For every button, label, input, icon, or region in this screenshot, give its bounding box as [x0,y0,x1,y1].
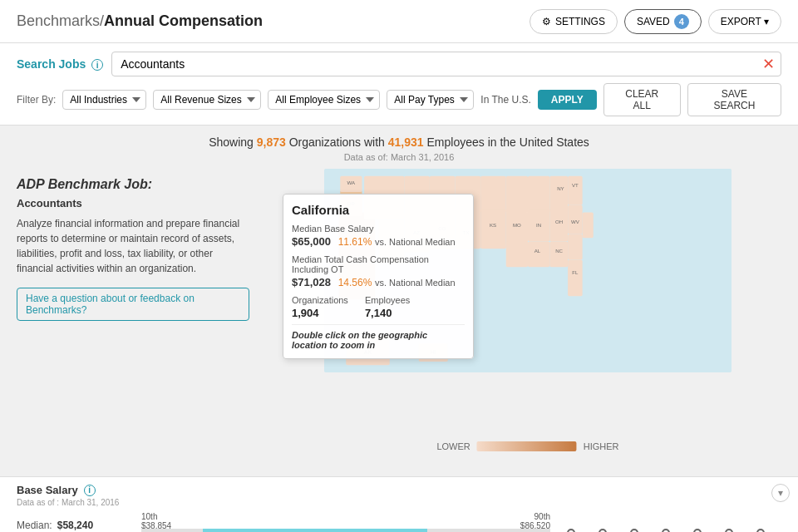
base-salary-info-icon[interactable]: i [84,485,96,496]
tooltip-state-name: California [292,203,465,217]
map-area[interactable]: CA OR WA AZ CO NV TX KS MO IN OH NY WV V… [266,169,790,460]
pay-type-select[interactable]: All Pay Types [387,90,474,110]
svg-rect-22 [549,242,568,268]
median-value: $58,240 [57,520,93,531]
benchmark-job-title: ADP Benchmark Job: [17,177,249,192]
legend-bar [477,441,577,451]
search-bar-area: Search Jobs i ✕ Filter By: All Industrie… [0,43,798,126]
clear-all-button[interactable]: CLEAR ALL [603,83,681,116]
saved-count: 4 [674,14,689,29]
tooltip-stats-row: Organizations 1,904 Employees 7,140 [292,295,465,319]
benchmark-job-desc: Analyze financial information and prepar… [17,216,249,276]
emp-label: Employees in the United States [426,135,589,149]
top-actions: ⚙ SETTINGS SAVED 4 EXPORT ▾ [530,9,781,34]
svg-rect-15 [506,176,528,213]
tooltip-base-salary-label: Median Base Salary [292,224,465,234]
svg-rect-27 [568,259,583,296]
breadcrumb: Benchmarks/Annual Compensation [17,12,263,30]
in-us-label: In The U.S. [480,94,530,106]
pct90-label: 90th $86,520 [520,512,550,530]
svg-rect-16 [528,176,549,213]
svg-rect-20 [568,176,583,205]
svg-rect-18 [549,209,568,241]
top-bar: Benchmarks/Annual Compensation ⚙ SETTING… [0,0,798,43]
org-count: 9,873 [257,135,286,149]
median-label: Median: [17,520,52,531]
settings-label: SETTINGS [555,16,605,27]
pct-bar-track: ◆ [141,529,550,532]
showing-prefix: Showing [209,135,254,149]
salary-stats: Median: $58,240 ◆ Average: $61,846 [17,520,125,532]
dot-7[interactable] [756,529,765,532]
tooltip-base-salary-value: $65,000 11.61% vs. National Median [292,235,465,248]
save-search-button[interactable]: SAVE SEARCH [687,83,781,116]
org-label: Organizations with [289,135,385,149]
apply-button[interactable]: APPLY [538,90,597,110]
employee-select[interactable]: All Employee Sizes [268,90,380,110]
svg-text:AL: AL [534,248,541,254]
left-panel: ADP Benchmark Job: Accountants Analyze f… [8,169,258,460]
dot-1[interactable] [567,529,575,532]
state-tooltip: California Median Base Salary $65,000 11… [283,194,474,359]
tooltip-total-comp-value: $71,028 14.56% vs. National Median [292,276,465,288]
tooltip-total-comp-row: Median Total Cash Compensation Including… [292,254,465,288]
median-row: Median: $58,240 [17,520,125,531]
legend-higher: HIGHER [584,441,619,451]
search-input-wrapper: ✕ [111,52,781,76]
industries-select[interactable]: All Industries [62,90,146,110]
dot-2[interactable] [598,529,607,532]
pct-labels-top: 10th $38,854 90th $86,520 [141,512,550,530]
feedback-link[interactable]: Have a question about or feedback on Ben… [17,288,249,321]
content-row: ADP Benchmark Job: Accountants Analyze f… [0,169,798,460]
revenue-select[interactable]: All Revenue Sizes [153,90,261,110]
map-legend: LOWER HIGHER [436,441,618,451]
svg-text:NC: NC [555,248,563,254]
settings-button[interactable]: ⚙ SETTINGS [530,9,618,34]
benchmark-job-name: Accountants [17,197,249,209]
svg-rect-19 [549,176,568,213]
svg-rect-25 [568,234,583,260]
svg-text:FL: FL [572,269,579,275]
emp-count: 41,931 [388,135,424,149]
search-info-icon[interactable]: i [91,59,103,71]
base-salary-data-as-of: Data as of : March 31, 2016 [17,498,781,507]
svg-rect-24 [506,242,528,268]
svg-text:WA: WA [347,180,357,185]
breadcrumb-title: Annual Compensation [104,12,263,29]
bottom-bar: ▾ Base Salary i Data as of : March 31, 2… [0,476,798,532]
legend-lower: LOWER [436,441,470,451]
gear-icon: ⚙ [542,16,551,27]
main-content: Showing 9,873 Organizations with 41,931 … [0,126,798,532]
percentile-bar: 10th $38,854 90th $86,520 ◆ 25th $47,20 [141,512,550,532]
saved-label: SAVED [637,16,670,27]
tooltip-employees-col: Employees 7,140 [365,295,410,319]
showing-text: Showing 9,873 Organizations with 41,931 … [0,126,798,152]
clear-input-button[interactable]: ✕ [762,57,775,71]
tooltip-orgs-col: Organizations 1,904 [292,295,348,319]
dot-3[interactable] [630,529,638,532]
tooltip-hint: Double click on the geographic location … [292,324,465,350]
svg-rect-26 [583,213,594,239]
export-button[interactable]: EXPORT ▾ [708,9,781,34]
svg-text:NY: NY [557,185,564,191]
data-as-of: Data as of: March 31, 2016 [0,152,798,162]
search-jobs-row: Search Jobs i ✕ [17,52,781,76]
dot-6[interactable] [725,529,733,532]
svg-text:KS: KS [490,222,496,228]
collapse-button[interactable]: ▾ [771,484,790,502]
filter-row: Filter By: All Industries All Revenue Si… [17,83,781,116]
pct10-label: 10th $38,854 [141,512,171,530]
tooltip-total-comp-label: Median Total Cash Compensation Including… [292,254,465,274]
average-marker: ◆ [313,529,322,532]
base-salary-title: Base Salary i [17,484,781,496]
dot-4[interactable] [662,529,670,532]
search-input[interactable] [111,52,781,76]
svg-rect-23 [528,242,549,268]
svg-text:IN: IN [536,222,541,228]
dot-5[interactable] [693,529,702,532]
svg-rect-12 [480,176,506,213]
svg-text:WV: WV [571,219,580,224]
breadcrumb-prefix: Benchmarks/ [17,12,104,29]
saved-button[interactable]: SAVED 4 [624,9,702,34]
svg-text:OH: OH [555,219,563,224]
